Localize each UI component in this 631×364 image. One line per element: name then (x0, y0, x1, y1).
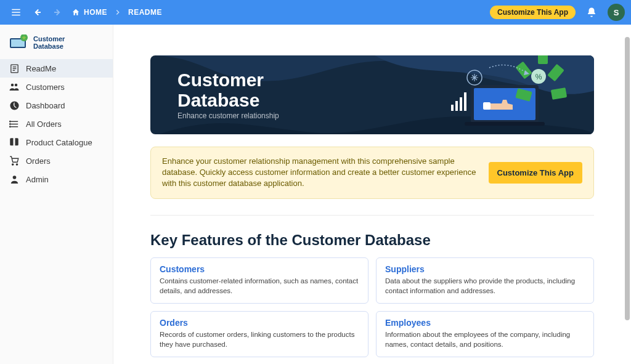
forward-button[interactable] (48, 2, 68, 22)
customize-app-pill[interactable]: Customize This App (490, 6, 576, 19)
app-logo: Customer Database (0, 31, 113, 59)
svg-rect-39 (464, 92, 466, 111)
breadcrumb: HOME README (71, 8, 166, 17)
scrollbar[interactable] (625, 37, 630, 320)
svg-point-19 (9, 126, 10, 127)
feature-desc: Records of customer orders, linking cust… (160, 330, 359, 349)
svg-rect-36 (451, 105, 454, 111)
feature-card-customers[interactable]: Customers Contains customer-related info… (150, 257, 368, 304)
hamburger-icon (10, 7, 22, 18)
svg-point-18 (9, 123, 10, 124)
svg-rect-37 (455, 101, 458, 111)
svg-text:%: % (535, 73, 542, 81)
feature-desc: Contains customer-related information, s… (160, 276, 359, 296)
dashboard-icon (9, 100, 20, 111)
sidebar-item-dashboard[interactable]: Dashboard (0, 96, 113, 115)
bell-icon (586, 7, 597, 18)
sidebar-item-customers[interactable]: Customers (0, 78, 113, 96)
feature-desc: Data about the suppliers who provide the… (385, 276, 585, 296)
svg-rect-38 (460, 97, 462, 111)
svg-point-17 (9, 121, 10, 121)
svg-rect-32 (551, 87, 567, 100)
hero-illustration: % (421, 55, 594, 134)
feature-title: Customers (160, 264, 359, 274)
feature-card-employees[interactable]: Employees Information about the employee… (376, 311, 594, 357)
notice-text: Enhance your customer relationship manag… (162, 156, 476, 190)
sidebar-item-catalogue[interactable]: Product Catalogue (0, 133, 113, 152)
svg-rect-34 (515, 62, 532, 79)
catalogue-icon (9, 137, 20, 148)
sidebar-item-readme[interactable]: ReadMe (0, 59, 113, 78)
feature-desc: Information about the employees of the c… (385, 330, 585, 349)
readme-icon (9, 63, 20, 74)
breadcrumb-home[interactable]: HOME (80, 8, 111, 17)
sidebar-item-label: ReadMe (26, 64, 56, 73)
feature-card-suppliers[interactable]: Suppliers Data about the suppliers who p… (376, 257, 594, 304)
sidebar: Customer Database ReadMe Customers Dashb… (0, 25, 113, 364)
sidebar-item-label: Customers (26, 83, 65, 92)
admin-icon (9, 174, 20, 185)
svg-rect-26 (483, 102, 491, 110)
svg-rect-30 (538, 55, 548, 64)
svg-point-12 (11, 84, 14, 87)
orders-icon (9, 155, 20, 166)
section-title: Key Features of the Customer Database (150, 232, 594, 249)
customize-app-button[interactable]: Customize This App (489, 162, 582, 184)
sidebar-item-label: Dashboard (26, 101, 65, 110)
back-button[interactable] (27, 2, 47, 22)
feature-card-orders[interactable]: Orders Records of customer orders, linki… (150, 311, 368, 357)
sidebar-item-label: Orders (26, 156, 51, 166)
hero-subtitle: Enhance customer relationship (177, 111, 279, 120)
logo-line1: Customer (33, 35, 65, 42)
notifications-button[interactable] (582, 2, 601, 22)
sidebar-item-label: Admin (26, 175, 49, 184)
topbar: HOME README Customize This App S (0, 0, 631, 25)
sidebar-item-allorders[interactable]: All Orders (0, 115, 113, 133)
notice-banner: Enhance your customer relationship manag… (150, 147, 594, 199)
avatar[interactable]: S (608, 4, 625, 21)
feature-title: Employees (385, 318, 585, 328)
sidebar-item-admin[interactable]: Admin (0, 170, 113, 188)
customers-icon (9, 81, 20, 92)
chevron-right-icon (113, 8, 122, 17)
feature-title: Orders (160, 318, 359, 328)
arrow-right-icon (52, 7, 63, 18)
sidebar-item-label: Product Catalogue (26, 138, 92, 147)
svg-point-13 (15, 84, 18, 87)
arrow-left-icon (31, 7, 43, 18)
main-content: Customer Database Enhance customer relat… (113, 25, 631, 364)
app-logo-icon (9, 34, 30, 51)
sidebar-item-label: All Orders (26, 119, 62, 129)
svg-rect-25 (465, 122, 545, 126)
sidebar-item-orders[interactable]: Orders (0, 152, 113, 170)
hero-title-line2: Database (177, 90, 259, 110)
hero-banner: Customer Database Enhance customer relat… (150, 55, 594, 134)
svg-point-21 (16, 164, 17, 165)
svg-rect-31 (547, 64, 564, 82)
logo-line2: Database (33, 42, 65, 50)
allorders-icon (9, 118, 20, 129)
menu-button[interactable] (6, 2, 26, 22)
breadcrumb-readme[interactable]: README (124, 8, 166, 17)
divider (150, 215, 594, 216)
feature-title: Suppliers (385, 264, 585, 274)
hero-title-line1: Customer (177, 70, 264, 90)
svg-point-22 (12, 176, 16, 179)
home-icon (71, 8, 80, 17)
svg-point-20 (12, 164, 14, 165)
